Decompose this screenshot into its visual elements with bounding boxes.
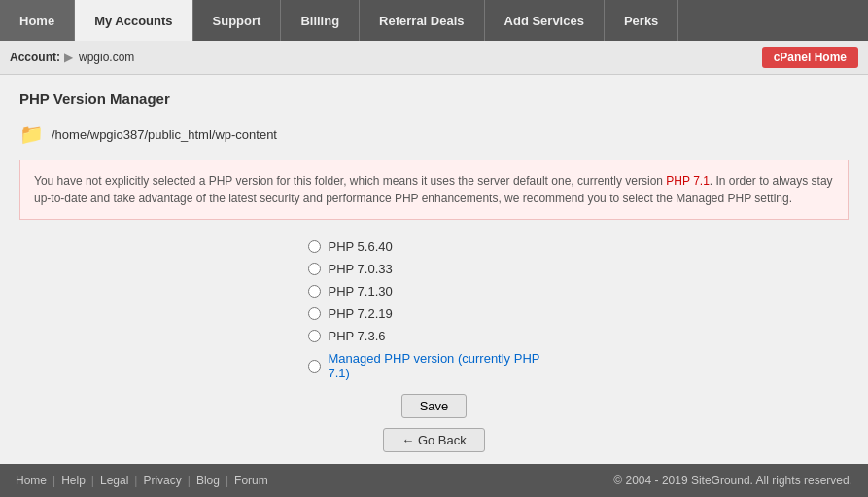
- save-button[interactable]: Save: [401, 394, 468, 418]
- php-option-4: PHP 7.2.19: [308, 306, 561, 321]
- tab-referral-deals[interactable]: Referral Deals: [360, 0, 484, 41]
- goback-button[interactable]: ← Go Back: [383, 428, 484, 452]
- content-wrapper: Account: ▶ wpgio.com cPanel Home PHP Ver…: [0, 41, 868, 488]
- page-title: PHP Version Manager: [19, 90, 849, 107]
- php-label-7219[interactable]: PHP 7.2.19: [329, 306, 393, 321]
- folder-path: /home/wpgio387/public_html/wp-content: [52, 127, 277, 142]
- warning-highlight-1: PHP 7.1: [666, 174, 709, 188]
- tab-add-services[interactable]: Add Services: [485, 0, 605, 41]
- tab-home[interactable]: Home: [0, 0, 75, 41]
- tab-my-accounts[interactable]: My Accounts: [75, 0, 192, 41]
- account-domain: wpgio.com: [79, 51, 762, 64]
- footer-link-help[interactable]: Help: [61, 474, 86, 487]
- footer-copyright: © 2004 - 2019 SiteGround. All rights res…: [613, 474, 852, 487]
- php-option-3: PHP 7.1.30: [308, 284, 561, 299]
- footer-link-forum[interactable]: Forum: [234, 474, 268, 487]
- php-option-5: PHP 7.3.6: [308, 329, 561, 343]
- account-bar: Account: ▶ wpgio.com cPanel Home: [0, 41, 868, 75]
- php-radio-7219[interactable]: [308, 307, 321, 320]
- warning-text-1: You have not explicitly selected a PHP v…: [34, 174, 666, 188]
- goback-row: ← Go Back: [19, 428, 849, 452]
- footer-link-privacy[interactable]: Privacy: [143, 474, 181, 487]
- account-arrow: ▶: [64, 51, 73, 64]
- php-options: PHP 5.6.40 PHP 7.0.33 PHP 7.1.30 PHP 7.2…: [19, 239, 849, 380]
- php-label-736[interactable]: PHP 7.3.6: [329, 329, 386, 343]
- footer: Home | Help | Legal | Privacy | Blog | F…: [0, 464, 868, 497]
- save-row: Save: [19, 394, 849, 418]
- footer-links: Home | Help | Legal | Privacy | Blog | F…: [16, 474, 268, 487]
- tab-billing[interactable]: Billing: [281, 0, 360, 41]
- tab-support[interactable]: Support: [193, 0, 282, 41]
- cpanel-home-button[interactable]: cPanel Home: [762, 47, 858, 68]
- footer-link-blog[interactable]: Blog: [196, 474, 220, 487]
- php-radio-managed[interactable]: [308, 360, 321, 373]
- tab-perks[interactable]: Perks: [605, 0, 678, 41]
- footer-link-home[interactable]: Home: [16, 474, 47, 487]
- footer-link-legal[interactable]: Legal: [100, 474, 128, 487]
- main-content: PHP Version Manager 📁 /home/wpgio387/pub…: [0, 75, 868, 468]
- php-radio-7130[interactable]: [308, 285, 321, 298]
- folder-icon: 📁: [19, 123, 44, 146]
- php-option-managed: Managed PHP version (currently PHP 7.1): [308, 351, 561, 380]
- php-radio-7033[interactable]: [308, 263, 321, 275]
- top-nav: Home My Accounts Support Billing Referra…: [0, 0, 868, 41]
- warning-box: You have not explicitly selected a PHP v…: [19, 160, 849, 220]
- php-label-7033[interactable]: PHP 7.0.33: [329, 262, 393, 276]
- php-label-managed[interactable]: Managed PHP version (currently PHP 7.1): [329, 351, 561, 380]
- php-label-7130[interactable]: PHP 7.1.30: [329, 284, 393, 299]
- account-label: Account:: [10, 51, 60, 64]
- folder-row: 📁 /home/wpgio387/public_html/wp-content: [19, 123, 849, 146]
- php-option-2: PHP 7.0.33: [308, 262, 561, 276]
- php-radio-736[interactable]: [308, 330, 321, 342]
- php-radio-5640[interactable]: [308, 240, 321, 253]
- php-label-5640[interactable]: PHP 5.6.40: [329, 239, 393, 254]
- php-option-1: PHP 5.6.40: [308, 239, 561, 254]
